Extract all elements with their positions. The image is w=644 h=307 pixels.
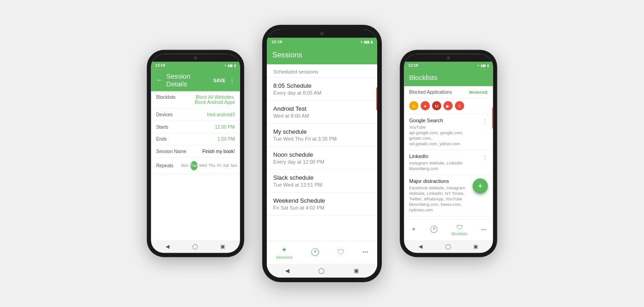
day-thu[interactable]: Thu (209, 161, 215, 171)
blocklists-label: Blocklists (156, 95, 185, 100)
starts-value: 12:00 PM (215, 125, 235, 130)
scene: 12:19 ▾ ▮▮▮ ▮ ← Session Details SAVE ⋮ B… (0, 0, 644, 307)
ends-row: Ends 1:00 PM (151, 133, 240, 146)
blocked-apps-header: Blocked Applications MANAGE (404, 86, 493, 99)
session-time-5: Fri Sat Sun at 4:02 PM (273, 205, 371, 210)
session-time-3: Every day at 12:00 PM (273, 159, 371, 165)
content-left: Blocklists Block All Websites, Block And… (151, 91, 240, 240)
session-item-2[interactable]: My schedule Tue Wed Thu Fri at 3:35 PM (267, 124, 377, 147)
camera-dot-left (194, 56, 197, 59)
screen-title-left: Session Details (167, 73, 210, 88)
sessions-nav-icon-r: ✦ (411, 225, 416, 233)
history-nav-icon-r: 🕐 (430, 225, 438, 233)
session-item-4[interactable]: Slack schedule Tue Wed at 12:51 PM (267, 170, 377, 193)
status-time-right: 12:19 (408, 63, 418, 68)
blocklist-item-1[interactable]: LinkedIn Instagram Website, LinkedInbloo… (404, 150, 493, 175)
blocklist-menu-0[interactable]: ⋮ (482, 118, 488, 125)
session-name-3: Noon schedule (273, 151, 371, 158)
sessions-nav-label: Sessions (276, 255, 293, 260)
app-icon-red1: ● (420, 101, 430, 110)
android-nav-left: ◀ ◯ ▣ (151, 240, 240, 253)
nav-blocklists-c[interactable]: 🛡 (337, 248, 345, 257)
android-nav-center: ◀ ◯ ▣ (267, 264, 377, 278)
day-tue[interactable]: Tue (190, 161, 198, 171)
nav-more-c[interactable]: ••• (362, 249, 368, 256)
session-name-row: Session Name Finish my book! (151, 146, 240, 158)
sessions-section-header: Scheduled sessions (267, 64, 377, 78)
android-back-r[interactable]: ◀ (419, 244, 422, 250)
session-time-2: Tue Wed Thu Fri at 3:35 PM (273, 136, 371, 142)
bottom-nav-right: ✦ 🕐 🛡 Blocklists ••• (404, 219, 493, 240)
session-name-5: Weekend Schedule (273, 197, 371, 204)
signal-icon-c: ▮▮▮ (364, 40, 369, 44)
session-item-5[interactable]: Weekend Schedule Fri Sat Sun at 4:02 PM (267, 193, 377, 216)
signal-icon: ▮▮▮ (228, 63, 233, 67)
session-name-4: Slack schedule (273, 174, 371, 181)
day-sun[interactable]: Sun (230, 161, 237, 171)
manage-button[interactable]: MANAGE (469, 90, 488, 95)
signal-icon-r: ▮▮▮ (481, 63, 486, 67)
nav-history[interactable]: 🕐 (310, 248, 320, 257)
history-nav-icon: 🕐 (310, 248, 320, 256)
android-home-r[interactable]: ◯ (445, 244, 451, 250)
day-mon[interactable]: Mon (181, 161, 189, 171)
battery-icon-r: ▮ (487, 63, 489, 67)
android-recents-c[interactable]: ▣ (354, 267, 359, 274)
session-name-0: 8:05 Schedule (273, 82, 371, 89)
wifi-icon-r: ▾ (477, 63, 479, 67)
day-fri[interactable]: Fri (217, 161, 222, 171)
red-indicator-right (492, 108, 493, 129)
session-name-1: Android Test (273, 105, 371, 112)
blocklist-menu-1[interactable]: ⋮ (482, 154, 488, 160)
devices-row: Devices fred-android3 (151, 108, 240, 121)
ends-value: 1:00 PM (218, 136, 235, 142)
android-back[interactable]: ◀ (166, 244, 169, 250)
fab-button[interactable]: + (472, 178, 488, 193)
android-recents-r[interactable]: ▣ (473, 244, 478, 250)
android-home[interactable]: ◯ (192, 244, 198, 250)
status-time-left: 12:19 (155, 63, 165, 68)
bottom-nav-center: ✦ Sessions 🕐 🛡 ••• (267, 241, 377, 264)
save-button[interactable]: SAVE (213, 78, 226, 83)
blocklists-nav-icon-r: 🛡 (456, 223, 463, 231)
wifi-icon-c: ▾ (361, 40, 362, 44)
blocklist-name-1: LinkedIn (409, 154, 482, 159)
back-button-left[interactable]: ← (156, 77, 163, 85)
android-home-c[interactable]: ◯ (318, 267, 324, 274)
session-item-0[interactable]: 8:05 Schedule Every day at 8:05 AM (267, 78, 377, 101)
screen-title-right: Blocklists (409, 74, 488, 82)
battery-icon: ▮ (234, 63, 236, 67)
android-recents[interactable]: ▣ (220, 244, 225, 250)
blocklist-item-0[interactable]: Google Search YouTubeapi.google.com, goo… (404, 114, 493, 150)
session-time-4: Tue Wed at 12:51 PM (273, 182, 371, 188)
repeats-label: Repeats (156, 163, 179, 168)
blocklist-item-3[interactable]: Slack Facebook Website, Instagram Websit… (404, 216, 493, 219)
nav-history-r[interactable]: 🕐 (430, 225, 438, 234)
app-bar-left: ← Session Details SAVE ⋮ (151, 69, 240, 91)
app-icons-row: G ● M ▶ Y (404, 98, 493, 114)
blocklists-nav-icon-c: 🛡 (337, 248, 345, 256)
day-wed[interactable]: Wed (199, 161, 207, 171)
status-time-center: 12:19 (271, 40, 282, 44)
starts-row: Starts 12:00 PM (151, 121, 240, 133)
session-item-3[interactable]: Noon schedule Every day at 12:00 PM (267, 147, 377, 170)
nav-more-r[interactable]: ••• (481, 227, 486, 233)
devices-label: Devices (156, 112, 185, 117)
session-time-0: Every day at 8:05 AM (273, 90, 371, 96)
session-item-1[interactable]: Android Test Wed at 8:00 AM (267, 101, 377, 124)
app-bar-right: Blocklists (404, 69, 493, 86)
wifi-icon: ▾ (224, 63, 226, 67)
nav-sessions-r[interactable]: ✦ (411, 225, 416, 234)
blocklist-info-1: LinkedIn Instagram Website, LinkedInbloo… (409, 154, 482, 171)
app-icon-red2: Y (455, 101, 464, 110)
app-bar-center: Sessions (267, 46, 377, 64)
day-sat[interactable]: Sat (223, 161, 229, 171)
android-back-c[interactable]: ◀ (285, 267, 289, 274)
nav-blocklists-r[interactable]: 🛡 Blocklists (452, 223, 468, 236)
app-icon-youtube: ▶ (443, 101, 453, 110)
session-name-value: Finish my book! (202, 149, 235, 154)
app-icon-google: G (409, 101, 418, 110)
more-menu-left[interactable]: ⋮ (229, 77, 235, 84)
nav-sessions[interactable]: ✦ Sessions (276, 245, 293, 260)
screen-title-center: Sessions (272, 51, 372, 59)
